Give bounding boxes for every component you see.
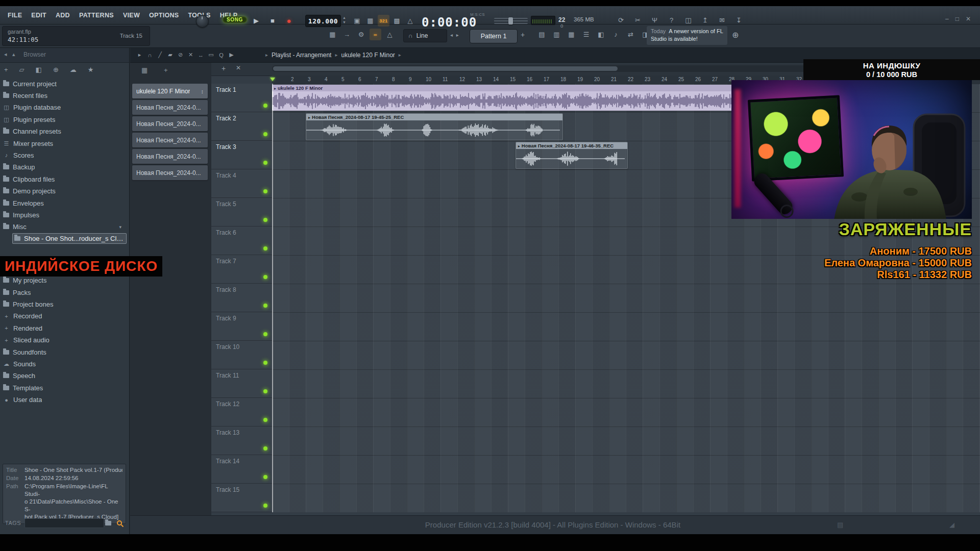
browser-item-sounds[interactable]: ☁Sounds <box>3 358 126 369</box>
browser-item-rendered[interactable]: +Rendered <box>3 322 126 334</box>
menu-patterns[interactable]: PATTERNS <box>75 12 118 19</box>
browser-item-shoe-one-shot-roducer-s-cloud[interactable]: Shoe - One Shot...roducer_s Cloud] <box>12 233 127 244</box>
browser-item-soundfonts[interactable]: Soundfonts <box>3 346 126 358</box>
pattern-move-icon[interactable]: + <box>164 66 168 74</box>
browser-item-clipboard-files[interactable]: Clipboard files <box>3 173 126 185</box>
playlist-menu-icon[interactable]: ▸ <box>136 52 143 58</box>
browser-item-misc[interactable]: Misc▾ <box>3 221 126 233</box>
metronome2-icon[interactable]: △ <box>384 29 396 40</box>
time-display[interactable]: M:S:CS 0:00:00 <box>422 13 489 28</box>
browser-item-impulses[interactable]: Impulses <box>3 209 126 220</box>
track-led[interactable] <box>263 361 267 365</box>
browser-item-plugin-presets[interactable]: ◫Plugin presets <box>3 114 126 125</box>
clear-icon[interactable]: ✕ <box>236 64 241 71</box>
recycle-icon[interactable]: ⟳ <box>615 14 627 26</box>
zoom-tool-icon[interactable]: Q <box>218 52 225 58</box>
browser-item-user-data[interactable]: ●User data <box>3 394 126 406</box>
snap-arrows[interactable]: ◂ ▸ <box>450 32 460 38</box>
favorites-icon[interactable]: ★ <box>88 66 94 73</box>
audio-clip-3[interactable]: ▸Новая Песня_2024-08-17 19-46-35_REC <box>516 142 628 169</box>
swap-icon[interactable]: ⇄ <box>625 29 636 40</box>
track-header-9[interactable]: Track 9 <box>211 312 272 341</box>
track-header-15[interactable]: Track 15 <box>211 484 272 512</box>
mute-tool-icon[interactable]: ✕ <box>187 52 194 58</box>
browser-up-icon[interactable]: ▴ <box>12 51 15 58</box>
track-led[interactable] <box>263 189 267 193</box>
browser-item-templates[interactable]: Templates <box>3 382 126 393</box>
tempo-spinner[interactable]: ▲▼ <box>342 15 346 25</box>
cloud-icon[interactable]: ☁ <box>70 66 77 73</box>
track-led[interactable] <box>263 418 267 422</box>
record-button[interactable]: ● <box>282 14 296 27</box>
shuffle-slider[interactable] <box>494 18 528 24</box>
globe-icon[interactable]: ⊕ <box>732 30 739 40</box>
browser-item-backup[interactable]: Backup <box>3 162 126 173</box>
browser-item-plugin-database[interactable]: ◫Plugin database <box>3 102 126 113</box>
track-header-6[interactable]: Track 6 <box>211 227 272 255</box>
add-track-icon[interactable]: + <box>222 64 226 72</box>
breadcrumb-clip[interactable]: ukulele 120 F Minor <box>341 52 395 59</box>
playlist-view-icon[interactable]: ▤ <box>536 29 548 40</box>
track-led[interactable] <box>263 161 267 165</box>
menu-file[interactable]: FILE <box>3 12 27 19</box>
help-icon[interactable]: ? <box>666 14 677 26</box>
metronome-icon[interactable]: △ <box>404 15 416 27</box>
browser-item-scores[interactable]: ♪Scores <box>3 149 126 161</box>
song-mode-toggle[interactable]: SONG <box>223 16 247 23</box>
track-led[interactable] <box>263 218 267 222</box>
track-led[interactable] <box>263 504 267 508</box>
select-tool-icon[interactable]: ▭ <box>208 52 214 58</box>
plugin-collection-icon[interactable]: ◧ <box>36 66 42 73</box>
playhead-marker[interactable] <box>270 78 275 81</box>
snap-selector[interactable]: ∩ Line <box>403 29 447 42</box>
browser-item-demo-projects[interactable]: Demo projects <box>3 186 126 197</box>
minimize-button[interactable]: – <box>945 15 949 22</box>
delete-tool-icon[interactable]: ⊘ <box>177 52 184 58</box>
audio-clip-2[interactable]: ▸Новая Песня_2024-08-17 19-45-25_REC <box>306 113 563 140</box>
file-collection-icon[interactable]: ▱ <box>19 66 24 73</box>
track-header-11[interactable]: Track 11 <box>211 369 272 398</box>
pattern-item-2[interactable]: Новая Песня_2024-0... <box>132 100 208 115</box>
close-button[interactable]: ✕ <box>966 15 971 22</box>
monitor-icon[interactable]: ▣ <box>351 15 363 27</box>
typing-piano-icon[interactable]: ▦ <box>327 29 338 40</box>
stop-button[interactable]: ■ <box>266 14 279 27</box>
magnet-icon[interactable]: ∩ <box>146 52 153 58</box>
plugin-picker-icon[interactable]: ♪ <box>610 29 622 40</box>
browser-item-recent-files[interactable]: Recent files <box>3 90 126 101</box>
browser-item-project-bones[interactable]: Project bones <box>3 298 126 310</box>
track-header-5[interactable]: Track 5 <box>211 198 272 227</box>
track-header-10[interactable]: Track 10 <box>211 341 272 369</box>
pattern-item-4[interactable]: Новая Песня_2024-0... <box>132 133 208 147</box>
piano-roll-icon[interactable]: ▥ <box>551 29 562 40</box>
download-icon[interactable]: ↧ <box>733 14 745 26</box>
typing-keyboard-icon[interactable]: ▦ <box>364 15 376 27</box>
track-led[interactable] <box>263 332 267 336</box>
chat-icon[interactable]: ✉ <box>716 14 728 26</box>
pattern-item-3[interactable]: Новая Песня_2024-0... <box>132 116 208 131</box>
scrollbar-thumb[interactable] <box>273 66 618 71</box>
save-icon[interactable]: ◫ <box>682 14 694 26</box>
menu-options[interactable]: OPTIONS <box>144 12 183 19</box>
mixer-icon[interactable]: ☰ <box>580 29 592 40</box>
main-volume-knob[interactable] <box>196 15 209 28</box>
tempo-display[interactable]: 120.000 <box>305 15 341 27</box>
browser-item-current-project[interactable]: Current project <box>3 78 126 89</box>
browser-item-mixer-presets[interactable]: ☰Mixer presets <box>3 138 126 149</box>
step-sequencer-icon[interactable]: ▦ <box>566 29 577 40</box>
track-led[interactable] <box>263 132 267 136</box>
track-header-14[interactable]: Track 14 <box>211 455 272 484</box>
play-button[interactable]: ▶ <box>250 14 263 27</box>
browser-item-recorded[interactable]: +Recorded <box>3 311 126 322</box>
playback-tool-icon[interactable]: ▶ <box>228 52 235 58</box>
microphone-icon[interactable]: Ψ <box>649 14 660 26</box>
menu-edit[interactable]: EDIT <box>27 12 51 19</box>
track-header-8[interactable]: Track 8 <box>211 284 272 312</box>
pattern-selector[interactable]: Pattern 1 <box>470 29 518 43</box>
slider-thumb[interactable] <box>508 17 513 24</box>
track-header-13[interactable]: Track 13 <box>211 427 272 455</box>
audio-clip-1[interactable]: ▸ukulele 120 F Minor <box>272 85 733 111</box>
track-header-3[interactable]: Track 3 <box>211 141 272 169</box>
search-icon[interactable] <box>116 520 124 530</box>
track-led[interactable] <box>263 446 267 450</box>
